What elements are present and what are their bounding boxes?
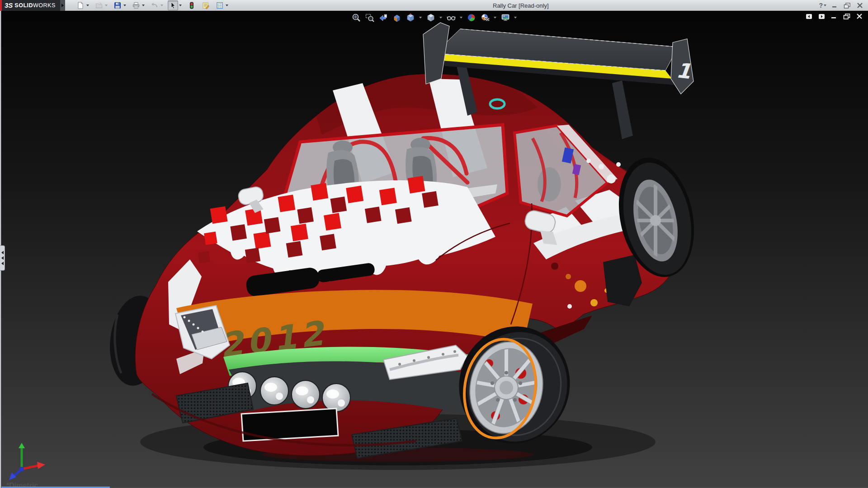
orientation-triad xyxy=(7,443,47,481)
expand-arrow-icon xyxy=(61,4,64,7)
collapse-arrow-icon xyxy=(1,256,4,260)
logo-red-strip xyxy=(0,0,2,11)
print-button[interactable] xyxy=(131,0,141,10)
open-folder-icon xyxy=(95,2,103,9)
cursor-arrow-icon xyxy=(170,2,177,9)
doc-close-icon xyxy=(856,14,863,19)
select-tool-dropdown[interactable] xyxy=(178,0,183,10)
view-settings-button[interactable] xyxy=(500,12,511,23)
viewport-bottom-edge xyxy=(0,487,868,488)
new-document-dropdown[interactable] xyxy=(85,0,90,10)
options-checklist-icon xyxy=(216,2,223,9)
main-toolbar xyxy=(75,0,232,10)
rally-car-model[interactable]: 2012 xyxy=(0,0,868,477)
menu-expand-button[interactable] xyxy=(60,0,65,11)
hide-show-items-button[interactable] xyxy=(446,12,457,23)
doc-minimize-icon xyxy=(831,14,837,19)
help-button[interactable]: ? xyxy=(819,2,826,9)
options-button[interactable] xyxy=(214,0,225,10)
save-button[interactable] xyxy=(112,0,123,10)
undo-icon xyxy=(151,2,158,9)
undo-dropdown[interactable] xyxy=(160,0,164,10)
edit-appearance-button[interactable] xyxy=(466,12,477,23)
close-icon xyxy=(857,3,863,8)
doc-minimize-button[interactable] xyxy=(830,13,838,20)
save-floppy-icon xyxy=(114,2,121,9)
restore-icon xyxy=(844,3,851,9)
open-button[interactable] xyxy=(94,0,104,10)
appearance-ball-icon xyxy=(467,13,476,22)
previous-view-icon xyxy=(379,13,388,22)
select-tool-button[interactable] xyxy=(168,0,178,10)
apply-scene-dropdown[interactable] xyxy=(493,12,497,23)
options-dropdown[interactable] xyxy=(225,0,229,10)
file-properties-button[interactable] xyxy=(200,0,211,10)
close-button[interactable] xyxy=(855,2,864,9)
view-orientation-cube-icon xyxy=(406,13,415,22)
view-settings-monitor-icon xyxy=(501,13,510,22)
title-bar: 3S SOLIDWORKS xyxy=(0,0,868,11)
panel-collapse-handle[interactable] xyxy=(0,245,5,271)
doc-close-button[interactable] xyxy=(855,13,863,20)
zoom-to-area-button[interactable] xyxy=(364,12,375,23)
doc-restore-icon xyxy=(843,14,850,19)
section-view-icon xyxy=(392,13,401,22)
collapse-left-pane-button[interactable] xyxy=(805,13,813,20)
section-view-button[interactable] xyxy=(392,12,402,23)
apply-scene-button[interactable] xyxy=(480,12,491,23)
new-document-button[interactable] xyxy=(75,0,85,10)
view-orientation-dropdown[interactable] xyxy=(419,12,423,23)
minimize-icon xyxy=(831,3,838,8)
previous-view-button[interactable] xyxy=(378,12,389,23)
display-style-cube-icon xyxy=(426,13,435,22)
open-dropdown[interactable] xyxy=(104,0,108,10)
restore-button[interactable] xyxy=(843,2,852,9)
brand-solid: SOLID xyxy=(14,2,33,9)
view-orientation-button[interactable] xyxy=(405,12,416,23)
document-window-controls xyxy=(805,13,863,20)
panel-left-icon xyxy=(806,14,812,19)
print-icon xyxy=(132,2,140,9)
zoom-to-fit-icon xyxy=(352,13,361,22)
heads-up-view-toolbar xyxy=(0,12,868,23)
new-document-icon xyxy=(77,2,84,9)
view-settings-dropdown[interactable] xyxy=(514,12,518,23)
collapse-arrow-icon xyxy=(1,262,4,265)
hide-show-items-dropdown[interactable] xyxy=(459,12,463,23)
brand-works: WORKS xyxy=(33,2,56,9)
print-dropdown[interactable] xyxy=(141,0,146,10)
panel-right-icon xyxy=(818,14,825,19)
scene-ball-icon xyxy=(481,13,490,22)
rebuild-traffic-light-icon xyxy=(188,2,195,9)
zoom-to-area-icon xyxy=(365,13,374,22)
zoom-to-fit-button[interactable] xyxy=(351,12,362,23)
dassault-3ds-logo-icon: 3S xyxy=(5,1,13,9)
display-style-dropdown[interactable] xyxy=(439,12,443,23)
side-vent xyxy=(603,255,642,306)
window-controls: ? xyxy=(819,0,864,11)
display-style-button[interactable] xyxy=(425,12,436,23)
solidworks-window: 3S SOLIDWORKS xyxy=(0,0,868,488)
rebuild-button[interactable] xyxy=(186,0,197,10)
collapse-right-pane-button[interactable] xyxy=(817,13,826,20)
wing-number-text: 1 xyxy=(675,58,692,84)
undo-button[interactable] xyxy=(149,0,160,10)
doc-restore-button[interactable] xyxy=(843,13,851,20)
collapse-arrow-icon xyxy=(1,251,4,254)
help-dropdown-icon xyxy=(824,5,826,6)
minimize-button[interactable] xyxy=(830,2,839,9)
document-title: Rally Car [Read-only] xyxy=(493,0,549,11)
eyeglasses-icon xyxy=(447,13,456,22)
file-properties-icon xyxy=(202,2,209,9)
save-dropdown[interactable] xyxy=(123,0,127,10)
solidworks-logo: 3S SOLIDWORKS xyxy=(0,0,60,11)
